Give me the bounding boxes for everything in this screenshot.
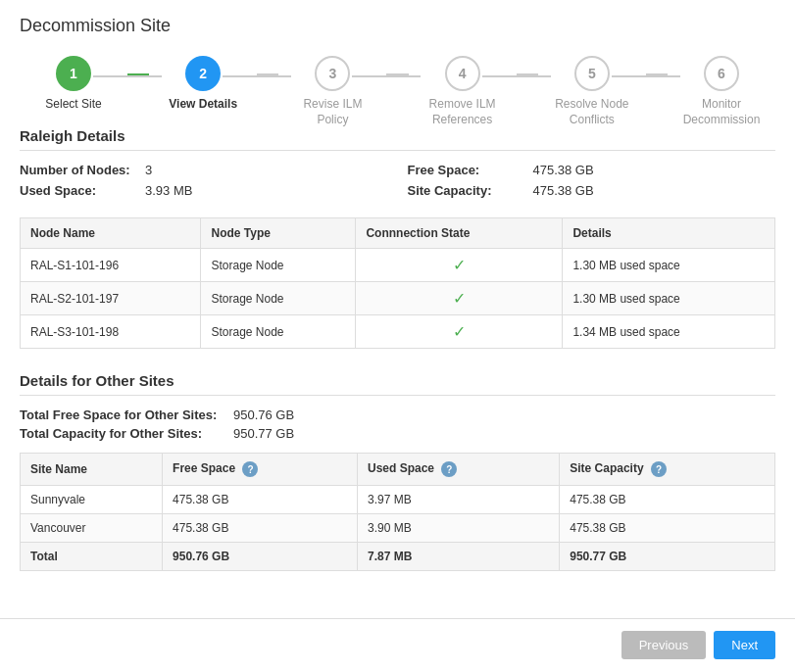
site-capacity: 475.38 GB [560, 514, 775, 543]
col-free-space: Free Space ? [163, 454, 358, 486]
raleigh-section-title: Raleigh Details [20, 127, 775, 151]
nodes-value: 3 [145, 163, 152, 177]
total-free: 950.76 GB [163, 543, 358, 571]
connection-state: ✓ [356, 282, 563, 315]
next-button[interactable]: Next [714, 631, 775, 659]
col-site-name: Site Name [21, 454, 163, 486]
site-free-space: 475.38 GB [163, 514, 358, 543]
col-site-capacity: Site Capacity ? [560, 454, 775, 486]
step-label-3: Revise ILM Policy [288, 97, 376, 127]
wizard-step-6: 6 Monitor Decommission [668, 56, 775, 127]
total-row: Total 950.76 GB 7.87 MB 950.77 GB [21, 543, 775, 571]
previous-button[interactable]: Previous [621, 631, 707, 659]
step-circle-3: 3 [315, 56, 350, 91]
total-free-row: Total Free Space for Other Sites: 950.76… [20, 408, 775, 422]
site-free-space: 475.38 GB [163, 486, 358, 514]
wizard-step-5: 5 Resolve Node Conflicts [538, 56, 646, 127]
other-sites-section: Details for Other Sites Total Free Space… [20, 372, 775, 571]
site-capacity-help-icon[interactable]: ? [651, 461, 667, 477]
raleigh-details-section: Raleigh Details Number of Nodes: 3 Used … [20, 127, 775, 349]
nodes-label: Number of Nodes: [20, 163, 137, 177]
step-label-6: Monitor Decommission [677, 97, 766, 127]
total-free-value: 950.76 GB [233, 408, 294, 422]
wizard-step-2: 2 View Details [149, 56, 257, 113]
used-space-label: Used Space: [20, 183, 137, 198]
nodes-table: Node Name Node Type Connnection State De… [20, 217, 775, 349]
col-connection-state: Connnection State [356, 218, 563, 249]
wizard-step-1: 1 Select Site [20, 56, 127, 113]
site-used-space: 3.97 MB [357, 486, 559, 514]
wizard-step-3: 3 Revise ILM Policy [278, 56, 386, 127]
other-sites-title: Details for Other Sites [20, 372, 775, 396]
total-capacity-row: Total Capacity for Other Sites: 950.77 G… [20, 426, 775, 441]
step-circle-1: 1 [56, 56, 91, 91]
site-capacity-value: 475.38 GB [533, 183, 594, 198]
wizard-step-4: 4 Remove ILM References [409, 56, 517, 127]
col-node-type: Node Type [201, 218, 356, 249]
node-details: 1.34 MB used space [563, 315, 775, 349]
sites-table: Site Name Free Space ? Used Space ? Site… [20, 453, 775, 571]
total-capacity-value: 950.77 GB [233, 426, 294, 441]
details-grid: Number of Nodes: 3 Used Space: 3.93 MB F… [20, 163, 775, 198]
col-used-space: Used Space ? [357, 454, 559, 486]
node-name: RAL-S3-101-198 [21, 315, 201, 349]
total-capacity-label: Total Capacity for Other Sites: [20, 426, 225, 441]
check-icon: ✓ [366, 289, 552, 308]
col-node-name: Node Name [21, 218, 201, 249]
check-icon: ✓ [366, 256, 552, 274]
free-space-value: 475.38 GB [533, 163, 594, 177]
node-type: Storage Node [201, 282, 356, 315]
node-type: Storage Node [201, 315, 356, 349]
node-type: Storage Node [201, 249, 356, 282]
node-name: RAL-S2-101-197 [21, 282, 201, 315]
col-details: Details [563, 218, 775, 249]
node-details: 1.30 MB used space [563, 282, 775, 315]
step-circle-5: 5 [574, 56, 610, 91]
step-circle-6: 6 [704, 56, 739, 91]
step-circle-4: 4 [445, 56, 480, 91]
step-label-1: Select Site [45, 97, 101, 113]
used-space-value: 3.93 MB [145, 183, 192, 198]
wizard-steps: 1 Select Site 2 View Details 3 Revise IL… [20, 56, 775, 127]
free-space-label: Free Space: [408, 163, 525, 177]
used-space-row: Used Space: 3.93 MB [20, 183, 388, 198]
other-sites-info: Total Free Space for Other Sites: 950.76… [20, 408, 775, 441]
total-used: 7.87 MB [357, 543, 559, 571]
page-title: Decommission Site [20, 16, 775, 36]
site-used-space: 3.90 MB [357, 514, 559, 543]
step-label-4: Remove ILM References [419, 97, 507, 127]
node-details: 1.30 MB used space [563, 249, 775, 282]
connection-state: ✓ [356, 315, 563, 349]
site-capacity: 475.38 GB [560, 486, 775, 514]
total-label: Total [21, 543, 163, 571]
table-row: RAL-S3-101-198 Storage Node ✓ 1.34 MB us… [21, 315, 775, 349]
site-name: Sunnyvale [21, 486, 163, 514]
nodes-row: Number of Nodes: 3 [20, 163, 388, 177]
step-label-2: View Details [169, 97, 237, 113]
free-space-help-icon[interactable]: ? [242, 461, 258, 477]
table-row: Sunnyvale 475.38 GB 3.97 MB 475.38 GB [21, 486, 775, 514]
step-circle-2: 2 [185, 56, 221, 91]
free-space-row: Free Space: 475.38 GB [408, 163, 776, 177]
site-capacity-label: Site Capacity: [408, 183, 525, 198]
connection-state: ✓ [356, 249, 563, 282]
total-free-label: Total Free Space for Other Sites: [20, 408, 225, 422]
used-space-help-icon[interactable]: ? [441, 461, 457, 477]
table-row: Vancouver 475.38 GB 3.90 MB 475.38 GB [21, 514, 775, 543]
site-name: Vancouver [21, 514, 163, 543]
check-icon: ✓ [366, 322, 552, 341]
footer: Previous Next [0, 618, 795, 671]
page-container: Decommission Site 1 Select Site 2 View D… [0, 0, 795, 610]
table-row: RAL-S1-101-196 Storage Node ✓ 1.30 MB us… [21, 249, 775, 282]
table-row: RAL-S2-101-197 Storage Node ✓ 1.30 MB us… [21, 282, 775, 315]
site-capacity-row: Site Capacity: 475.38 GB [408, 183, 776, 198]
node-name: RAL-S1-101-196 [21, 249, 201, 282]
total-capacity: 950.77 GB [560, 543, 775, 571]
step-label-5: Resolve Node Conflicts [548, 97, 636, 127]
